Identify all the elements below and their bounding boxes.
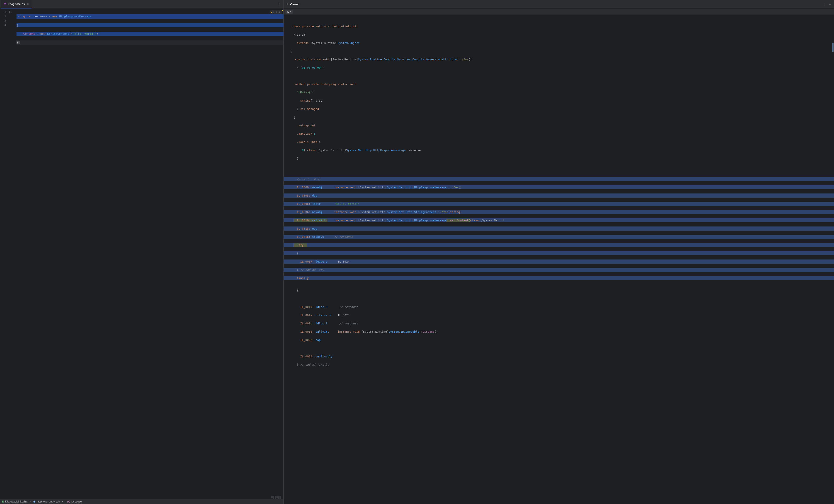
variable-icon: (x) [67,500,70,503]
chevron-right-icon: › [65,500,65,503]
tok-new: new [52,15,57,18]
tab-options-icon[interactable]: ⋮ [277,2,282,7]
il-line: IL_0006: ldstr "Hello, World!" [284,202,834,206]
editor-pane: Program.cs × ⋮ 1 2 3 4 {} using var resp… [0,0,284,504]
il-line: { [284,251,834,255]
il-line: IL_001a: brfalse.s IL_0023 [284,313,834,317]
il-line [284,297,834,301]
method-icon: m [33,500,36,503]
il-line: IL_0016: stloc.0 // response [284,235,834,239]
il-line: IL_0019: ldloc.0 // response [284,305,834,309]
tool-window-title: IL Viewer [285,3,299,6]
tool-options-icon[interactable]: ⋮ [822,2,827,7]
code-line[interactable]: { [17,23,283,27]
il-line: } // end of .try [284,268,834,272]
code-editor[interactable]: 1 2 3 4 {} using var response = new Http… [0,9,283,504]
il-line: IL_0022: nop [284,338,834,342]
chevron-down-icon: ▾ [290,10,291,13]
svg-point-0 [4,3,6,5]
breadcrumb-bar: c DisposableInitializer › m <top-level-e… [0,499,283,504]
line-number: 2 [0,14,6,19]
tool-window-header: IL Viewer ⋮ — [284,0,834,9]
close-icon[interactable]: × [27,2,29,5]
il-line: IL_0015: nop [284,226,834,231]
tok-string: "Hello, World!" [71,32,96,36]
il-line: IL_0017: leave.s IL_0024 [284,260,834,264]
tok-using: using [17,15,25,18]
il-line: .maxstack 3 [284,132,834,136]
tok-brace: { [17,23,18,27]
il-line: .custom instance void [System.Runtime]Sy… [284,57,834,62]
line-number-gutter: 1 2 3 4 [0,9,8,504]
il-line: IL_0023: endfinally [284,354,834,358]
il-line: IL_001d: callvirt instance void [System.… [284,330,834,334]
il-line: IL_0000: newobj instance void [System.Ne… [284,185,834,189]
tab-label: Program.cs [8,2,25,6]
minimize-icon[interactable]: — [828,2,832,7]
il-line: IL_000b: newobj instance void [System.Ne… [284,210,834,214]
code-content[interactable]: using var response = new HttpResponseMes… [17,9,283,504]
il-line: ) cil managed [284,107,834,111]
chevron-right-icon: › [30,500,31,503]
scrollbar-warning-mark[interactable] [282,10,283,10]
breadcrumb-label: <top-level-entry-point> [37,500,63,503]
scrollbar-highlight-mark[interactable] [832,43,834,52]
tok-new: new [40,32,45,36]
dropdown-label: IL [287,10,289,13]
tab-program-cs[interactable]: Program.cs × [1,0,31,8]
cs-file-icon [3,2,6,5]
il-line: IL_001c: ldloc.0 // response [284,321,834,326]
line-number: 3 [0,19,6,23]
il-line: [0] class [System.Net.Http]System.Net.Ht… [284,148,834,152]
breadcrumb-item[interactable]: (x) response [67,500,82,503]
il-line [284,165,834,169]
tok-var: var [27,15,32,18]
il-line: } // end of finally [284,363,834,367]
breadcrumb-item[interactable]: m <top-level-entry-point> [33,500,63,503]
il-code[interactable]: .class private auto ansi beforefieldinit… [284,15,834,504]
editor-tabbar: Program.cs × ⋮ [0,0,283,9]
breadcrumb-item[interactable]: c DisposableInitializer [1,500,28,503]
il-line: '<Main>$'( [284,90,834,94]
code-line[interactable]: using var response = new HttpResponseMes… [17,14,283,19]
il-viewer-pane: IL Viewer ⋮ — IL ▾ .class private auto a… [284,0,834,504]
prev-highlight-icon[interactable]: ↑ [275,10,278,14]
class-icon: c [1,500,4,503]
il-line: string[] args [284,98,834,103]
il-line: { [284,49,834,53]
il-line: ) [284,156,834,160]
code-line[interactable]: Content = new StringContent("Hello, Worl… [17,32,283,36]
warning-count: 1 [272,10,274,14]
breadcrumb-label: DisposableInitializer [5,500,28,503]
svg-text:c: c [2,501,3,503]
il-mode-dropdown[interactable]: IL ▾ [285,10,293,14]
fold-marker[interactable]: {} [9,10,16,14]
code-line[interactable]: }; [17,40,283,45]
tok-prop: Content [23,32,35,36]
il-line [284,346,834,350]
il-line: .try [284,243,834,247]
next-highlight-icon[interactable]: ↓ [278,10,281,14]
il-line: extends [System.Runtime]System.Object [284,41,834,45]
il-line: IL_0010: callvirt instance void [System.… [284,218,834,222]
il-line: .entrypoint [284,123,834,128]
il-line: .method private hidebysig static void [284,82,834,86]
breadcrumb-label: response [71,500,82,503]
line-number: 1 [0,10,6,14]
il-line: IL_0005: dup [284,194,834,198]
tok-id: response [34,15,47,18]
il-line: // [1 1 - 4 3] [284,177,834,181]
il-line: = (01 00 00 00 ) [284,66,834,70]
il-line: { [284,288,834,292]
line-number: 4 [0,23,6,27]
inspection-widget[interactable]: ▲ 1 ↑ ↓ [269,10,282,14]
il-highlight-block: // [1 1 - 4 3] IL_0000: newobj instance … [284,173,834,284]
il-toolbar: IL ▾ [284,9,834,15]
tok-type: StringContent [47,32,69,36]
warning-icon: ▲ [270,10,272,14]
il-line: finally [284,276,834,280]
il-line: .class private auto ansi beforefieldinit [284,24,834,28]
fold-gutter: {} [8,9,17,504]
app-root: Program.cs × ⋮ 1 2 3 4 {} using var resp… [0,0,834,504]
il-line: { [284,115,834,119]
